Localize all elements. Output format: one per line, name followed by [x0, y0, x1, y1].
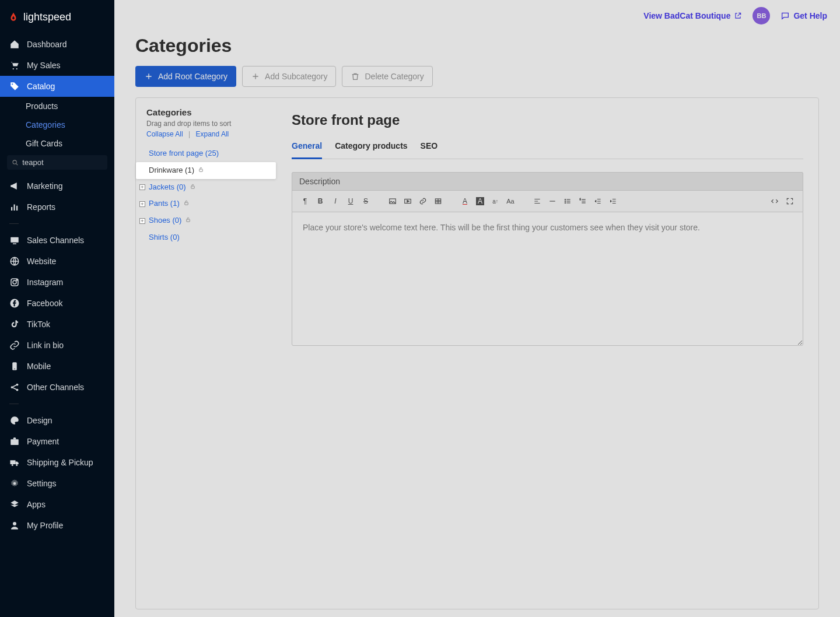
sidebar-item-label: Settings	[27, 479, 57, 488]
indent-icon[interactable]	[606, 194, 620, 208]
align-icon[interactable]	[530, 194, 544, 208]
ol-icon[interactable]: 1	[576, 194, 590, 208]
sidebar-item-label: Apps	[27, 500, 46, 509]
hr-icon[interactable]	[545, 194, 559, 208]
lock-icon	[183, 198, 190, 210]
main-content: View BadCat Boutique BB Get Help Categor…	[114, 0, 840, 617]
sidebar-item-payment[interactable]: Payment	[0, 431, 114, 452]
sidebar-item-sales-channels[interactable]: Sales Channels	[0, 230, 114, 251]
lock-icon	[190, 181, 196, 194]
sidebar-item-shipping[interactable]: Shipping & Pickup	[0, 452, 114, 473]
tab-seo[interactable]: SEO	[421, 138, 438, 159]
ul-icon[interactable]	[561, 194, 575, 208]
sidebar-item-label: Instagram	[27, 278, 63, 287]
sidebar-item-label: Sales Channels	[27, 236, 84, 245]
tree-item-store-front[interactable]: Store front page (25)	[136, 145, 276, 162]
case-icon[interactable]: Aa	[503, 194, 517, 208]
sidebar-item-design[interactable]: Design	[0, 410, 114, 431]
font-size-icon[interactable]: a↑	[488, 194, 502, 208]
sidebar-item-settings[interactable]: Settings	[0, 473, 114, 494]
delete-category-button[interactable]: Delete Category	[342, 66, 432, 87]
underline-icon[interactable]: U	[344, 194, 358, 208]
editor-heading: Store front page	[292, 112, 803, 128]
megaphone-icon	[9, 181, 20, 191]
view-store-link[interactable]: View BadCat Boutique	[643, 11, 742, 20]
sidebar-item-label: Mobile	[27, 362, 51, 371]
sidebar-item-reports[interactable]: Reports	[0, 197, 114, 218]
get-help-link[interactable]: Get Help	[780, 11, 827, 20]
bold-icon[interactable]: B	[313, 194, 327, 208]
tab-category-products[interactable]: Category products	[335, 138, 407, 159]
btn-label: Add Subcategory	[265, 72, 327, 81]
tree-item-label: Store front page (25)	[149, 148, 219, 160]
svg-rect-20	[10, 439, 19, 445]
subitem-gift-cards[interactable]: Gift Cards	[26, 134, 114, 153]
svg-rect-6	[14, 205, 15, 211]
sidebar: lightspeed Dashboard My Sales Catalog Pr…	[0, 0, 114, 617]
mobile-icon	[9, 361, 20, 371]
sidebar-item-apps[interactable]: Apps	[0, 494, 114, 515]
tree-item-pants[interactable]: + Pants (1)	[136, 195, 276, 212]
btn-label: Add Root Category	[158, 72, 228, 81]
tree-item-label: Pants (1)	[149, 198, 180, 210]
italic-icon[interactable]: I	[328, 194, 342, 208]
tiktok-icon	[9, 319, 20, 329]
add-subcategory-button[interactable]: Add Subcategory	[242, 66, 336, 87]
svg-point-22	[12, 464, 13, 466]
sidebar-item-dashboard[interactable]: Dashboard	[0, 34, 114, 55]
palette-icon	[9, 415, 20, 426]
sidebar-item-mobile[interactable]: Mobile	[0, 356, 114, 377]
subitem-categories[interactable]: Categories	[26, 115, 114, 134]
sidebar-search[interactable]	[7, 155, 107, 170]
sidebar-item-link-in-bio[interactable]: Link in bio	[0, 335, 114, 356]
sidebar-item-label: Dashboard	[27, 40, 67, 49]
text-color-icon[interactable]: A	[458, 194, 472, 208]
sidebar-item-my-sales[interactable]: My Sales	[0, 55, 114, 76]
expander-icon[interactable]: +	[139, 218, 145, 224]
tree-actions: Collapse All | Expand All	[136, 130, 276, 145]
tree-item-label: Jackets (0)	[149, 181, 186, 194]
expander-icon[interactable]: +	[139, 201, 145, 207]
lock-icon	[185, 215, 191, 227]
sidebar-item-my-profile[interactable]: My Profile	[0, 515, 114, 536]
tab-general[interactable]: General	[292, 138, 322, 159]
expand-all-link[interactable]: Expand All	[196, 130, 229, 138]
add-root-category-button[interactable]: Add Root Category	[135, 66, 236, 87]
content-split: Categories Drag and drop items to sort C…	[135, 97, 819, 609]
fullscreen-icon[interactable]	[783, 194, 797, 208]
trash-icon	[351, 72, 360, 81]
sidebar-item-other-channels[interactable]: Other Channels	[0, 377, 114, 398]
paragraph-icon[interactable]: ¶	[298, 194, 312, 208]
sidebar-item-marketing[interactable]: Marketing	[0, 176, 114, 197]
tree-item-shoes[interactable]: + Shoes (0)	[136, 212, 276, 229]
bg-color-icon[interactable]: A	[473, 194, 487, 208]
sidebar-item-website[interactable]: Website	[0, 251, 114, 272]
strike-icon[interactable]: S	[359, 194, 373, 208]
facebook-icon	[9, 298, 20, 308]
sidebar-item-facebook[interactable]: Facebook	[0, 293, 114, 314]
expander-icon[interactable]: +	[139, 184, 145, 190]
tree-item-jackets[interactable]: + Jackets (0)	[136, 179, 276, 196]
outdent-icon[interactable]	[591, 194, 605, 208]
subitem-products[interactable]: Products	[26, 97, 114, 115]
sidebar-item-catalog[interactable]: Catalog	[0, 76, 114, 97]
divider	[9, 223, 19, 224]
user-icon	[9, 520, 20, 531]
description-editor[interactable]: Place your store's welcome text here. Th…	[292, 212, 803, 346]
external-link-icon	[734, 12, 742, 20]
tree-item-drinkware[interactable]: Drinkware (1)	[136, 162, 276, 179]
avatar[interactable]: BB	[752, 7, 770, 24]
link-tool-icon[interactable]	[416, 194, 430, 208]
tree-item-shirts[interactable]: Shirts (0)	[136, 229, 276, 246]
catalog-submenu: Products Categories Gift Cards	[0, 97, 114, 153]
sidebar-item-instagram[interactable]: Instagram	[0, 272, 114, 293]
video-icon[interactable]	[401, 194, 415, 208]
collapse-all-link[interactable]: Collapse All	[146, 130, 183, 138]
page-title: Categories	[114, 24, 840, 66]
code-view-icon[interactable]	[768, 194, 782, 208]
search-input[interactable]	[22, 158, 103, 167]
table-icon[interactable]	[431, 194, 445, 208]
sidebar-item-tiktok[interactable]: TikTok	[0, 314, 114, 335]
image-icon[interactable]	[386, 194, 400, 208]
svg-point-12	[13, 281, 16, 284]
